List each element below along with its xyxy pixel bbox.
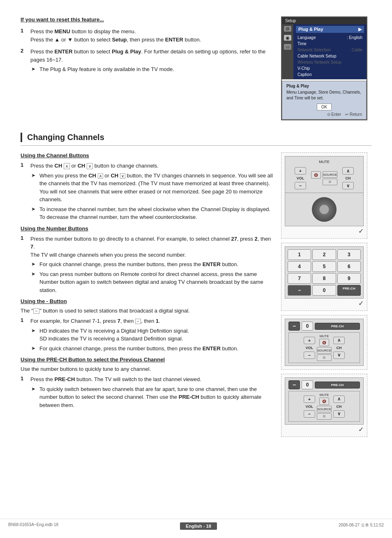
arrow-sym-3: ➤ <box>31 260 37 269</box>
checkmark-3: ✓ <box>358 426 364 433</box>
channel-wheel[interactable] <box>312 197 337 222</box>
item-network-value: : Cable <box>349 48 362 52</box>
vol-minus-btn[interactable]: − <box>295 182 306 189</box>
item-language-label: Language <box>297 35 316 40</box>
tv-menu-title: Plug & Play ▶ <box>296 26 364 33</box>
ch-up-btn[interactable]: ∧ <box>342 167 354 175</box>
remote-numpad-box: 1 2 3 4 5 6 7 8 9 − 0 PRE-CH ✓ <box>281 243 367 311</box>
mute-btn-2[interactable]: 🔇 <box>319 339 329 346</box>
tv-menu-left: ⚙ ◉ ▭ <box>282 24 293 79</box>
mute-label-2: MUTE <box>320 334 329 338</box>
mute-btn[interactable]: 🔇 <box>311 171 321 179</box>
num-arrow-1-text: For quick channel change, press the numb… <box>39 260 238 269</box>
section-divider: Changing Channels <box>21 133 371 142</box>
remote-vol-ch-box: MUTE + VOL − 🔇 SOURCE <box>281 152 367 239</box>
section-line <box>21 145 371 146</box>
ch-up-btn-2[interactable]: ∧ <box>333 337 345 344</box>
footer-left: BN68-01653A~Eng.indb 18 <box>8 522 58 530</box>
menu-item-caption: Caption <box>296 71 364 78</box>
num-arrow-2: ➤ You can press number buttons on Remote… <box>30 270 274 294</box>
source-btn[interactable]: SOURCE <box>323 171 337 178</box>
menu-item-language: Language : English <box>296 34 364 41</box>
num-0[interactable]: 0 <box>312 285 336 296</box>
input-btn-2[interactable]: ⊡ <box>317 354 332 361</box>
step-2-arrow: ➤ The Plug & Play feature is only availa… <box>30 65 273 74</box>
menu-item-vchip: V-Chip <box>296 65 364 71</box>
precht-btn[interactable]: PRE-CH <box>337 285 361 296</box>
ch-step-1: 1 Press the CH ∧ or CH ∨ button to chang… <box>21 162 274 221</box>
return-label: ↩ Return <box>345 112 362 117</box>
dash-step-1-num: 1 <box>21 317 27 352</box>
zero-btn-2[interactable]: 0 <box>302 380 313 389</box>
num-1[interactable]: 1 <box>288 249 311 260</box>
page: If you want to reset this feature... 1 P… <box>0 0 392 538</box>
source-stack: SOURCE ⊡ <box>323 171 337 185</box>
menu-arrow: ▶ <box>358 27 362 32</box>
ch-down-btn-2[interactable]: ∨ <box>333 352 345 359</box>
dash-intro: The "−" button is used to select station… <box>21 308 274 314</box>
precht-arrow-1: ➤ To quickly switch between two channels… <box>30 385 274 409</box>
num-4[interactable]: 4 <box>288 261 311 272</box>
step-1-num: 1 <box>21 28 27 44</box>
mute-btn-3[interactable]: 🔇 <box>319 398 329 405</box>
menu-item-network: Network Selection : Cable <box>296 47 364 53</box>
source-btn-3[interactable]: SOURCE <box>317 406 332 412</box>
setup-label: Setup <box>285 18 296 23</box>
arrow-sym-5: ➤ <box>31 327 37 343</box>
num-dash[interactable]: − <box>288 285 311 296</box>
num-step-1-num: 1 <box>21 235 27 294</box>
dialog-title: Plug & Play <box>286 84 362 88</box>
num-9[interactable]: 9 <box>337 273 361 284</box>
menu-item-cable: Cable Network Setup <box>296 53 364 59</box>
num-step-1: 1 Press the number buttons to go directl… <box>21 235 274 294</box>
ch-step-1-num: 1 <box>21 162 27 221</box>
vol-ch-2: + VOL − MUTE 🔇 SOURCE ⊡ ∧ <box>288 332 360 363</box>
num-5[interactable]: 5 <box>312 261 336 272</box>
step-2-num: 2 <box>21 48 27 74</box>
main-images: MUTE + VOL − 🔇 SOURCE <box>281 152 371 437</box>
precht-btn-3[interactable]: PRE-CH <box>315 382 360 389</box>
center-2: MUTE 🔇 SOURCE ⊡ <box>317 334 332 361</box>
vol-plus-btn-3[interactable]: + <box>304 395 315 403</box>
num-3[interactable]: 3 <box>337 249 361 260</box>
vol-plus-btn-2[interactable]: + <box>304 337 315 344</box>
vol-minus-btn-2[interactable]: − <box>304 352 315 359</box>
num-7[interactable]: 7 <box>288 273 311 284</box>
reset-heading: If you want to reset this feature... <box>21 16 273 23</box>
num-2[interactable]: 2 <box>312 249 336 260</box>
top-section: If you want to reset this feature... 1 P… <box>21 16 371 120</box>
ch-down-btn-3[interactable]: ∨ <box>333 410 345 418</box>
ch-arrow-1: ➤ When you press the CH ∧ or CH ∨ button… <box>30 172 274 204</box>
vol-minus-btn-3[interactable]: − <box>304 410 315 418</box>
input-btn-3[interactable]: ⊡ <box>317 413 332 420</box>
item-network-label: Network Selection <box>297 48 331 52</box>
zero-btn-1[interactable]: 0 <box>302 322 313 331</box>
precht-btn-2[interactable]: PRE-CH <box>315 323 360 330</box>
checkmark-1: ✓ <box>358 228 364 235</box>
dash-step-1: 1 For example, for Channel 7-1, press 7,… <box>21 317 274 352</box>
ch-up-btn-3[interactable]: ∧ <box>333 395 345 403</box>
source-btn-2[interactable]: SOURCE <box>317 347 332 354</box>
check-area-2: ✓ <box>285 299 364 307</box>
vol-col: + VOL − <box>295 167 306 189</box>
num-arrow-2-text: You can press number buttons on Remote c… <box>39 270 274 294</box>
num-8[interactable]: 8 <box>312 273 336 284</box>
vol-ch-row-2: + VOL − MUTE 🔇 SOURCE ⊡ ∧ <box>291 334 358 361</box>
bottom-row-2: − 0 PRE-CH <box>288 380 360 389</box>
dash-btn-2[interactable]: − <box>288 380 300 389</box>
vol-plus-btn[interactable]: + <box>295 167 306 175</box>
tv-menu-right: Plug & Play ▶ Language : English Time Ne… <box>293 24 367 79</box>
ch-label-2: CH <box>337 346 342 350</box>
dialog-ok[interactable]: OK <box>317 103 332 110</box>
num-6[interactable]: 6 <box>337 261 361 272</box>
vol-ch-row: + VOL − 🔇 SOURCE ⊡ <box>288 167 360 189</box>
ch-down-btn[interactable]: ∨ <box>342 182 354 189</box>
menu-icon-2: ◉ <box>284 35 291 41</box>
item-time-label: Time <box>297 41 307 46</box>
menu-icon-1: ⚙ <box>284 26 291 32</box>
check-area-3: ✓ <box>285 425 364 433</box>
input-btn[interactable]: ⊡ <box>323 179 337 185</box>
dash-btn-1[interactable]: − <box>288 322 300 331</box>
vol-col-2: + VOL − <box>304 337 315 359</box>
step-2-arrow-text: The Plug & Play feature is only availabl… <box>39 65 174 74</box>
